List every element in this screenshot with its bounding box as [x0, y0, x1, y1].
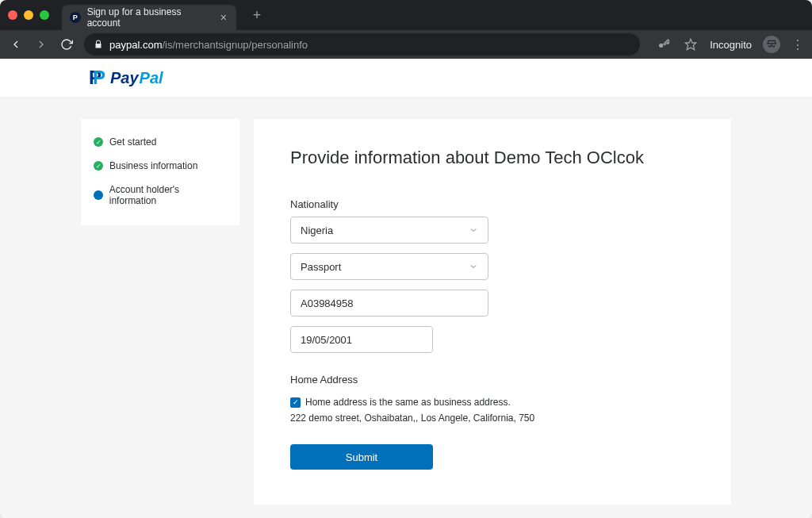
id-type-select[interactable]: Passport [290, 253, 488, 280]
id-type-value: Passport [301, 261, 341, 273]
window-zoom-button[interactable] [40, 10, 49, 20]
tab-title: Sign up for a business account [87, 6, 214, 29]
reload-button[interactable] [59, 36, 75, 52]
url-domain: paypal.com [109, 39, 162, 51]
nationality-select[interactable]: Nigeria [290, 217, 488, 244]
site-header: PayPal [0, 59, 812, 97]
logo-pal: Pal [140, 69, 163, 87]
svg-marker-1 [686, 39, 696, 49]
same-address-label: Home address is the same as business add… [305, 397, 511, 408]
browser-window: P Sign up for a business account × + pay… [0, 0, 812, 518]
nationality-label: Nationality [290, 198, 695, 210]
svg-point-0 [659, 44, 663, 48]
key-icon[interactable] [656, 36, 672, 52]
id-number-value: A03984958 [301, 297, 354, 309]
window-controls [8, 10, 49, 20]
incognito-label: Incognito [710, 39, 752, 51]
url-input[interactable]: paypal.com/is/merchantsignup/personalinf… [84, 33, 640, 56]
browser-tab[interactable]: P Sign up for a business account × [62, 5, 236, 30]
bookmark-star-icon[interactable] [683, 36, 699, 52]
lock-icon [94, 40, 103, 49]
step-get-started[interactable]: ✓ Get started [94, 130, 227, 154]
page-viewport: PayPal ✓ Get started ✓ Business informat… [0, 59, 812, 518]
url-text: paypal.com/is/merchantsignup/personalinf… [109, 39, 308, 51]
chevron-down-icon [469, 225, 478, 235]
steps-sidebar: ✓ Get started ✓ Business information Acc… [81, 119, 239, 225]
browser-right-controls: Incognito ⋮ [656, 36, 804, 53]
incognito-icon[interactable] [763, 36, 780, 53]
form-card: Provide information about Demo Tech OClc… [254, 119, 731, 505]
close-icon[interactable]: × [220, 12, 227, 23]
dob-value: 19/05/2001 [301, 334, 352, 346]
browser-menu-button[interactable]: ⋮ [791, 37, 804, 52]
chevron-down-icon [469, 262, 478, 271]
check-circle-icon: ✓ [94, 137, 103, 147]
step-label: Get started [109, 136, 156, 148]
id-number-input[interactable]: A03984958 [290, 290, 488, 317]
nationality-value: Nigeria [301, 224, 333, 236]
address-preview: 222 demo street, Oshaibatan,, Los Angele… [290, 412, 695, 424]
new-tab-button[interactable]: + [246, 4, 268, 26]
paypal-mark-icon [89, 68, 106, 87]
submit-button[interactable]: Submit [290, 444, 433, 470]
back-button[interactable] [8, 36, 24, 52]
page-body: ✓ Get started ✓ Business information Acc… [0, 97, 812, 518]
paypal-logo[interactable]: PayPal [89, 68, 731, 87]
step-account-holder-information[interactable]: Account holder's information [94, 178, 227, 213]
step-business-information[interactable]: ✓ Business information [94, 154, 227, 178]
step-label: Account holder's information [109, 184, 227, 206]
logo-pay: Pay [110, 69, 139, 87]
step-label: Business information [109, 160, 197, 171]
url-path: /is/merchantsignup/personalinfo [162, 39, 308, 51]
date-of-birth-input[interactable]: 19/05/2001 [290, 326, 433, 353]
current-step-dot-icon [94, 190, 103, 200]
check-circle-icon: ✓ [94, 161, 103, 171]
window-close-button[interactable] [8, 10, 17, 20]
browser-address-bar: paypal.com/is/merchantsignup/personalinf… [0, 30, 812, 59]
home-address-label: Home Address [290, 374, 695, 386]
page-title: Provide information about Demo Tech OClc… [290, 148, 695, 168]
checkbox-checked-icon[interactable]: ✓ [290, 397, 301, 408]
browser-tab-bar: P Sign up for a business account × + [0, 0, 812, 30]
tab-favicon-icon: P [70, 12, 81, 23]
window-minimize-button[interactable] [24, 10, 33, 20]
forward-button[interactable] [33, 36, 49, 52]
same-address-checkbox-row[interactable]: ✓ Home address is the same as business a… [290, 397, 695, 408]
